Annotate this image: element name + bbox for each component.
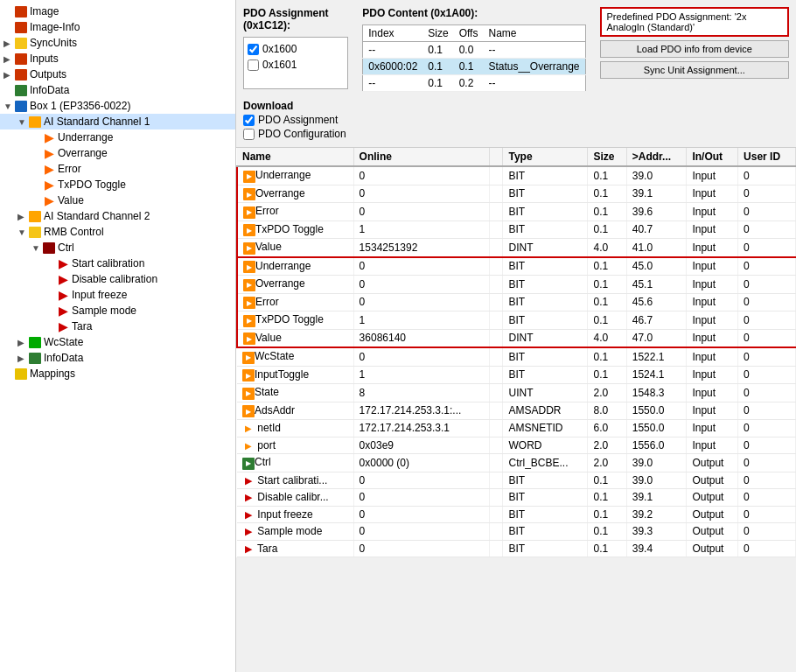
tree-item-txpdo1[interactable]: ▶TxPDO Toggle <box>0 177 235 192</box>
pdo-label-0x1601: 0x1601 <box>262 59 297 71</box>
cell-userid: 0 <box>738 329 796 347</box>
download-cb-PDO-Assignment[interactable] <box>243 115 255 126</box>
row-icon-orange-sq: ▶ <box>243 315 255 327</box>
tree-item-inputs[interactable]: ▶Inputs <box>0 51 235 66</box>
table-row: ▶Ctrl0x0000 (0)Ctrl_BCBE...2.039.0Output… <box>237 454 796 472</box>
expand-arrow-inputs[interactable]: ▶ <box>3 54 14 64</box>
tree-item-wcstate[interactable]: ▶WcState <box>0 334 235 350</box>
load-pdo-button[interactable]: Load PDO info from device <box>600 40 789 58</box>
tree-label-ai-ch2: AI Standard Channel 2 <box>44 210 150 222</box>
cell-name: ▶Overrange <box>237 185 353 203</box>
tree-item-disable-cal[interactable]: ▶Disable calibration <box>0 271 235 287</box>
cell-online: 0 <box>353 166 489 185</box>
tree-item-ai-ch2[interactable]: ▶AI Standard Channel 2 <box>0 208 235 224</box>
cell-empty <box>489 437 503 454</box>
expand-arrow-ctrl[interactable]: ▼ <box>31 243 42 253</box>
expand-arrow-ai-ch1[interactable]: ▼ <box>17 117 28 127</box>
cell-name: ▶AdsAddr <box>237 402 353 420</box>
col-addr: >Addr... <box>626 148 687 166</box>
tree-item-box1[interactable]: ▼Box 1 (EP3356-0022) <box>0 98 235 114</box>
tree-item-infodata2[interactable]: ▶InfoData <box>0 350 235 366</box>
cell-type: BIT <box>503 220 588 239</box>
pdo-item-0x1601[interactable]: 0x1601 <box>248 57 344 73</box>
icon-sample-mode: ▶ <box>56 304 70 318</box>
cell-addr: 45.1 <box>626 276 687 294</box>
pdo-cell-size: 0.1 <box>422 59 453 75</box>
tree-item-syncunits[interactable]: ▶SyncUnits <box>0 35 235 51</box>
cell-name-text: Input freeze <box>255 508 313 521</box>
pdo-checkbox-0x1601[interactable] <box>248 60 259 71</box>
tree-item-image[interactable]: Image <box>0 4 235 19</box>
tree-item-sample-mode[interactable]: ▶Sample mode <box>0 303 235 318</box>
pdo-item-0x1600[interactable]: 0x1600 <box>248 41 344 57</box>
cell-userid: 0 <box>738 540 796 557</box>
icon-value1: ▶ <box>42 193 56 207</box>
icon-image-info <box>14 20 28 34</box>
pdo-row: --0.10.2-- <box>363 75 585 92</box>
tree-item-outputs[interactable]: ▶Outputs <box>0 66 235 82</box>
download-cb-PDO-Configuration[interactable] <box>243 129 255 140</box>
cell-type: BIT <box>503 203 588 221</box>
expand-arrow-rmb-ctrl[interactable]: ▼ <box>17 228 28 237</box>
cell-userid: 0 <box>738 347 796 366</box>
cell-type: BIT <box>503 523 588 541</box>
sync-unit-button[interactable]: Sync Unit Assignment... <box>600 61 789 79</box>
cell-size: 0.1 <box>588 489 626 507</box>
cell-online: 0 <box>353 276 489 294</box>
expand-arrow-wcstate[interactable]: ▶ <box>17 338 28 347</box>
expand-arrow-box1[interactable]: ▼ <box>3 102 14 111</box>
cell-name-text: TxPDO Toggle <box>255 223 324 235</box>
cell-userid: 0 <box>738 276 796 294</box>
row-icon-orange-sq: ▶ <box>242 405 255 417</box>
tree-label-ai-ch1: AI Standard Channel 1 <box>44 116 150 128</box>
download-item-PDO-Configuration[interactable]: PDO Configuration <box>243 128 348 140</box>
predefined-pdo-button[interactable]: Predefined PDO Assignment: '2x AnalogIn … <box>600 7 789 37</box>
cell-name: ▶TxPDO Toggle <box>237 220 353 239</box>
col-name: Name <box>237 148 353 166</box>
tree-item-error1[interactable]: ▶Error <box>0 161 235 177</box>
tree-item-input-freeze[interactable]: ▶Input freeze <box>0 287 235 303</box>
tree-item-value1[interactable]: ▶Value <box>0 192 235 208</box>
cell-addr: 1556.0 <box>626 437 687 454</box>
cell-empty <box>489 506 503 523</box>
cell-type: BIT <box>503 293 588 312</box>
cell-addr: 1524.1 <box>626 366 687 384</box>
cell-inout: Input <box>687 347 738 366</box>
tree-item-underrange1[interactable]: ▶Underrange <box>0 130 235 145</box>
tree-label-mappings: Mappings <box>30 368 75 380</box>
expand-arrow-infodata2[interactable]: ▶ <box>17 354 28 363</box>
cell-userid: 0 <box>738 185 796 203</box>
cell-name: ▶TxPDO Toggle <box>237 312 353 330</box>
tree-item-infodata[interactable]: InfoData <box>0 82 235 98</box>
cell-name: ▶ port <box>237 437 353 454</box>
expand-arrow-outputs[interactable]: ▶ <box>3 70 14 80</box>
row-icon-red-sq: ▶ <box>242 542 255 555</box>
tree-item-tara[interactable]: ▶Tara <box>0 318 235 334</box>
tree-item-overrange1[interactable]: ▶Overrange <box>0 145 235 161</box>
cell-name-text: Error <box>255 296 279 308</box>
pdo-content-title: PDO Content (0x1A00): <box>362 7 585 19</box>
tree-item-ai-ch1[interactable]: ▼AI Standard Channel 1 <box>0 114 235 130</box>
pdo-checkbox-0x1600[interactable] <box>248 44 259 55</box>
tree-item-mappings[interactable]: Mappings <box>0 366 235 382</box>
col-online: Online <box>353 148 489 166</box>
cell-online: 0x0000 (0) <box>353 454 489 472</box>
tree-item-ctrl[interactable]: ▼Ctrl <box>0 240 235 256</box>
tree-item-rmb-ctrl[interactable]: ▼RMB Control <box>0 224 235 240</box>
cell-name-text: Error <box>255 205 279 217</box>
icon-ai-ch1 <box>28 115 42 129</box>
cell-inout: Input <box>687 420 738 438</box>
cell-userid: 0 <box>738 239 796 257</box>
cell-addr: 46.7 <box>626 312 687 330</box>
cell-empty <box>489 312 503 330</box>
download-item-PDO-Assignment[interactable]: PDO Assignment <box>243 114 348 126</box>
tree-item-start-cal[interactable]: ▶Start calibration <box>0 256 235 271</box>
cell-online: 0 <box>353 347 489 366</box>
cell-size: 0.1 <box>588 166 626 185</box>
expand-arrow-syncunits[interactable]: ▶ <box>3 38 14 48</box>
expand-arrow-ai-ch2[interactable]: ▶ <box>17 212 28 221</box>
pdo-cell-offs: 0.1 <box>454 59 484 75</box>
cell-empty <box>489 420 503 438</box>
cell-empty <box>489 220 503 239</box>
tree-item-image-info[interactable]: Image-Info <box>0 19 235 35</box>
